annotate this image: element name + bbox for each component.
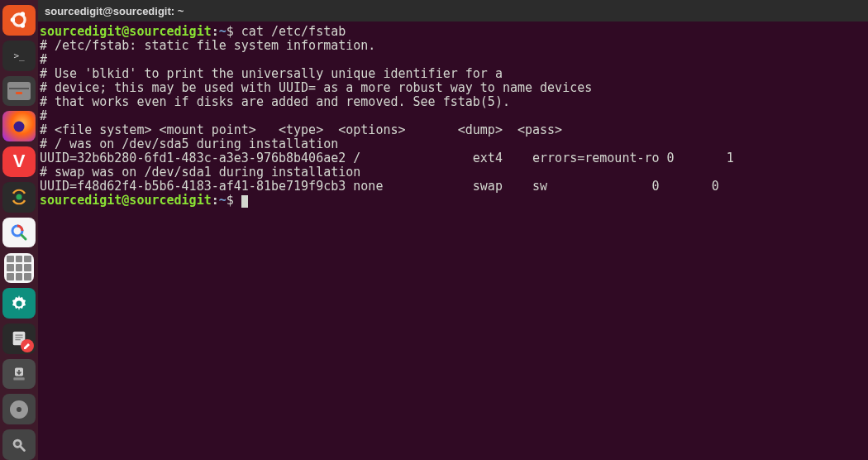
terminal-glyph: >_ [13,50,24,61]
output-line: UUID=32b6b280-6fd1-483c-a3e3-976b8b406ae… [40,151,734,165]
svg-point-3 [14,121,25,132]
terminal-body[interactable]: sourcedigit@sourcedigit:~$ cat /etc/fsta… [38,22,868,460]
svg-rect-8 [15,335,22,336]
output-line: # /etc/fstab: static file system informa… [40,38,375,53]
output-line: # [40,108,47,123]
terminal-window: sourcedigit@sourcedigit: ~ sourcedigit@s… [38,0,868,460]
screenshot-app-icon[interactable] [2,429,36,460]
edit-badge-icon [21,339,34,352]
prompt-dollar: $ [227,193,234,208]
svg-rect-12 [13,377,24,380]
svg-point-6 [17,300,22,306]
svg-point-14 [15,441,20,446]
output-line: # that works even if disks are added and… [40,94,510,109]
output-line: # <file system> <mount point> <type> <op… [40,122,562,137]
disk-glyph [10,400,28,419]
output-line: # device; this may be used with UUID= as… [40,80,592,95]
vivaldi-app-icon[interactable]: V [2,146,36,177]
output-line: # / was on /dev/sda5 during installation [40,137,338,151]
prompt-path: ~ [219,193,227,208]
files-app-icon[interactable] [2,76,36,107]
window-title: sourcedigit@sourcedigit: ~ [45,5,184,17]
downloads-icon[interactable] [2,359,36,390]
firefox-app-icon[interactable] [2,111,36,141]
settings-app-icon[interactable] [2,288,36,319]
sync-app-icon[interactable] [2,182,36,213]
output-line: # Use 'blkid' to print the universally u… [40,66,503,81]
launcher-dock: >_ V [0,0,38,460]
prompt-dollar: $ [227,24,234,39]
command-text: cat /etc/fstab [234,24,346,39]
command-input[interactable] [234,193,241,208]
svg-rect-9 [15,337,22,338]
apps-grid-icon[interactable] [2,252,36,283]
terminal-app-icon[interactable]: >_ [2,41,36,71]
output-line: UUID=f48d62f4-b5b6-4183-af41-81be719f9cb… [40,179,719,194]
prompt-user: sourcedigit@sourcedigit [40,24,212,39]
svg-rect-10 [15,339,20,340]
cursor [241,195,248,208]
text-editor-icon[interactable] [2,323,36,354]
svg-point-4 [17,194,22,200]
prompt-user: sourcedigit@sourcedigit [40,193,212,208]
google-search-icon[interactable] [2,218,36,248]
ubuntu-dash-icon[interactable] [2,5,36,36]
drawer-icon [7,82,31,100]
prompt-colon: : [212,24,219,39]
prompt-colon: : [212,193,219,208]
prompt-path: ~ [219,24,227,39]
output-line: # swap was on /dev/sda1 during installat… [40,165,360,180]
disks-app-icon[interactable] [2,394,36,424]
grid-icon [7,256,31,280]
vivaldi-glyph: V [13,151,26,172]
window-titlebar[interactable]: sourcedigit@sourcedigit: ~ [38,0,868,22]
output-line: # [40,52,47,67]
